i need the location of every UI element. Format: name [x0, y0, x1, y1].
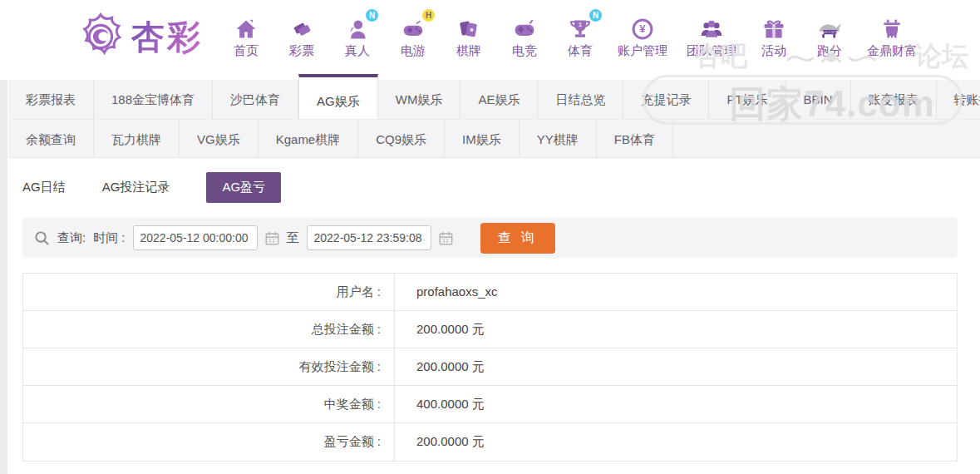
- tab-transfer-report[interactable]: 转账报表: [937, 80, 980, 119]
- search-icon: [34, 230, 50, 246]
- nav-esports[interactable]: 电竞: [506, 14, 543, 59]
- row-label: 用户名 :: [23, 274, 395, 310]
- row-value: 200.0000 元: [395, 423, 485, 461]
- table-row-total-bet: 总投注金额 : 200.0000 元: [23, 311, 957, 348]
- tab-wali-cards[interactable]: 瓦力棋牌: [94, 120, 180, 157]
- new-badge: N: [366, 9, 378, 22]
- tab-account-change[interactable]: 账变报表: [851, 80, 937, 119]
- watermark-right-text: 论坛: [915, 38, 968, 75]
- time-label: 时间 :: [93, 230, 125, 246]
- egames-gamepad-icon: H: [401, 14, 426, 41]
- wealth-ding-icon: [880, 14, 904, 41]
- brand-name: 杏彩: [131, 14, 203, 60]
- nav-lottery[interactable]: 彩票: [283, 14, 320, 59]
- tab-ag-entertainment[interactable]: AG娱乐: [298, 74, 378, 119]
- esports-gamepad-icon: [512, 14, 537, 41]
- cards-icon: [457, 14, 480, 41]
- nav-cards[interactable]: 棋牌: [451, 14, 487, 59]
- calendar-icon[interactable]: [439, 231, 453, 245]
- hot-badge: H: [422, 9, 435, 22]
- report-tabs: 彩票报表 188金宝博体育 沙巴体育 AG娱乐 WM娱乐 AE娱乐 日结总览 充…: [8, 80, 980, 158]
- to-label: 至: [287, 230, 299, 246]
- date-from-input[interactable]: [133, 225, 258, 250]
- query-label: 查询:: [57, 230, 86, 246]
- account-yuan-icon: ¥: [631, 14, 654, 41]
- sports-trophy-icon: 1 N: [568, 14, 593, 41]
- tab-cq9[interactable]: CQ9娱乐: [358, 120, 445, 157]
- tab-wm[interactable]: WM娱乐: [378, 80, 461, 119]
- tab-im[interactable]: IM娱乐: [445, 120, 520, 157]
- tab-pt[interactable]: PT娱乐: [709, 80, 785, 119]
- main-nav: 首页 彩票 N 真人 H 电游 棋牌: [228, 14, 917, 59]
- tab-shaba-sports[interactable]: 沙巴体育: [213, 80, 298, 119]
- team-people-icon: [699, 14, 724, 41]
- table-row-win-amount: 中奖金额 : 400.0000 元: [23, 386, 957, 423]
- header: 杏彩 首页 彩票 N 真人 H 电游: [0, 0, 980, 73]
- paofen-rhino-icon: 跑分工作室: [815, 14, 844, 41]
- tab-kgame[interactable]: Kgame棋牌: [259, 120, 359, 157]
- svg-text:¥: ¥: [640, 23, 646, 35]
- query-bar: 查询: 时间 : 至 查 询: [22, 218, 958, 258]
- left-gutter: [0, 80, 7, 474]
- tab-188-sports[interactable]: 188金宝博体育: [94, 80, 213, 119]
- tab-lottery-report[interactable]: 彩票报表: [8, 80, 94, 119]
- subtab-ag-daily[interactable]: AG日结: [22, 180, 66, 195]
- subtab-ag-profit[interactable]: AG盈亏: [206, 172, 281, 203]
- calendar-icon[interactable]: [265, 231, 279, 245]
- brand-logo: 杏彩: [76, 12, 203, 61]
- table-row-username: 用户名 : profahaoxs_xc: [23, 274, 957, 311]
- nav-team-mgmt[interactable]: 团队管理: [687, 14, 736, 59]
- row-value: 200.0000 元: [395, 311, 485, 348]
- table-row-profit-amount: 盈亏金额 : 200.0000 元: [23, 423, 957, 461]
- lottery-ticket-icon: [290, 14, 313, 41]
- subtab-ag-bet-records[interactable]: AG投注记录: [102, 180, 170, 195]
- row-value: profahaoxs_xc: [395, 274, 498, 310]
- tab-yy-cards[interactable]: YY棋牌: [520, 120, 597, 157]
- nav-account-mgmt[interactable]: ¥ 账户管理: [618, 14, 667, 59]
- lotus-badge-icon: [76, 12, 125, 61]
- activity-gift-icon: [762, 14, 785, 41]
- query-submit-button[interactable]: 查 询: [480, 223, 555, 254]
- tab-fb-sports[interactable]: FB体育: [597, 120, 673, 157]
- tab-vg[interactable]: VG娱乐: [180, 120, 259, 157]
- tab-daily-summary[interactable]: 日结总览: [538, 80, 623, 119]
- nav-home[interactable]: 首页: [228, 14, 264, 59]
- nav-wealth[interactable]: 金鼎财富: [867, 14, 917, 59]
- ag-subtabs: AG日结 AG投注记录 AG盈亏: [0, 158, 980, 213]
- tab-deposit-withdraw[interactable]: 充提记录: [623, 80, 709, 119]
- tab-ae[interactable]: AE娱乐: [460, 80, 538, 119]
- nav-activity[interactable]: 活动: [756, 14, 792, 59]
- ag-profit-table: 用户名 : profahaoxs_xc 总投注金额 : 200.0000 元 有…: [22, 273, 958, 462]
- svg-text:1: 1: [579, 21, 583, 28]
- nav-egames[interactable]: H 电游: [395, 14, 431, 59]
- row-label: 总投注金额 :: [23, 311, 395, 348]
- nav-paofen[interactable]: 跑分工作室 跑分: [811, 14, 848, 59]
- date-to-input[interactable]: [307, 225, 431, 250]
- row-label: 盈亏金额 :: [23, 423, 395, 461]
- nav-sports[interactable]: 1 N 体育: [562, 14, 598, 59]
- home-icon: [234, 14, 258, 41]
- table-row-valid-bet: 有效投注金额 : 200.0000 元: [23, 348, 957, 386]
- nav-live[interactable]: N 真人: [339, 14, 376, 59]
- row-value: 200.0000 元: [395, 348, 485, 385]
- svg-text:跑分工作室: 跑分工作室: [821, 30, 838, 34]
- tab-balance-query[interactable]: 余额查询: [8, 120, 94, 157]
- tab-bbin[interactable]: BBIN: [786, 80, 851, 119]
- row-label: 中奖金额 :: [23, 386, 395, 422]
- row-value: 400.0000 元: [395, 386, 485, 422]
- live-person-icon: N: [346, 14, 369, 41]
- new-badge: N: [589, 9, 602, 22]
- row-label: 有效投注金额 :: [23, 348, 395, 385]
